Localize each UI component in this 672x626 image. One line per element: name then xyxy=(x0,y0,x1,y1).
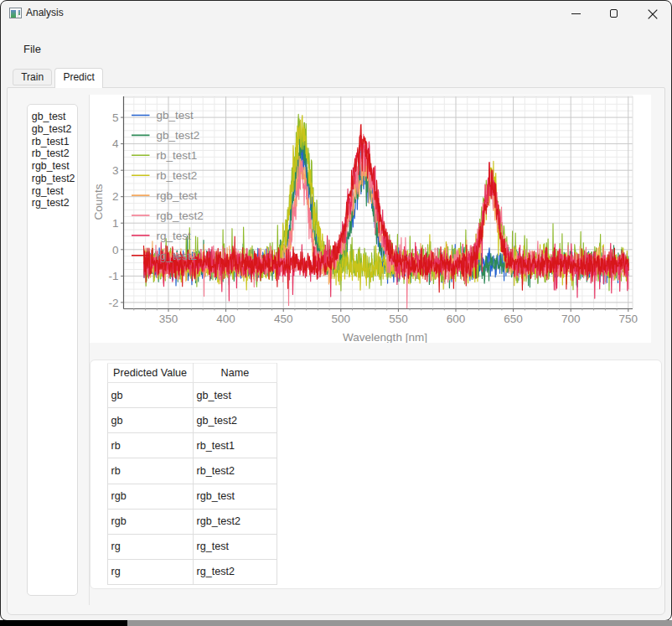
svg-text:rgb_test2: rgb_test2 xyxy=(157,210,204,222)
svg-text:rb_test1: rb_test1 xyxy=(157,149,198,162)
svg-text:rg_test2: rg_test2 xyxy=(157,250,198,262)
svg-text:5: 5 xyxy=(112,111,119,124)
svg-text:-1: -1 xyxy=(108,270,118,282)
svg-text:550: 550 xyxy=(389,313,408,325)
svg-text:350: 350 xyxy=(159,313,178,325)
svg-text:4: 4 xyxy=(112,137,119,150)
svg-text:3: 3 xyxy=(112,164,119,177)
svg-text:rg_test: rg_test xyxy=(157,230,192,242)
svg-text:Wavelength [nm]: Wavelength [nm] xyxy=(343,331,427,344)
svg-text:Counts: Counts xyxy=(92,184,105,220)
svg-text:600: 600 xyxy=(447,313,466,325)
svg-text:gb_test: gb_test xyxy=(157,109,194,122)
svg-text:0: 0 xyxy=(112,244,119,256)
svg-text:450: 450 xyxy=(274,313,293,325)
svg-text:-2: -2 xyxy=(108,297,118,309)
svg-text:rb_test2: rb_test2 xyxy=(157,169,198,182)
svg-text:rgb_test: rgb_test xyxy=(157,189,198,202)
svg-text:750: 750 xyxy=(619,313,638,325)
svg-text:400: 400 xyxy=(216,313,235,325)
svg-text:650: 650 xyxy=(504,313,523,325)
svg-text:gb_test2: gb_test2 xyxy=(157,129,200,142)
svg-text:2: 2 xyxy=(112,190,119,203)
svg-text:500: 500 xyxy=(332,313,351,325)
svg-text:1: 1 xyxy=(112,217,119,230)
svg-text:700: 700 xyxy=(561,313,581,325)
